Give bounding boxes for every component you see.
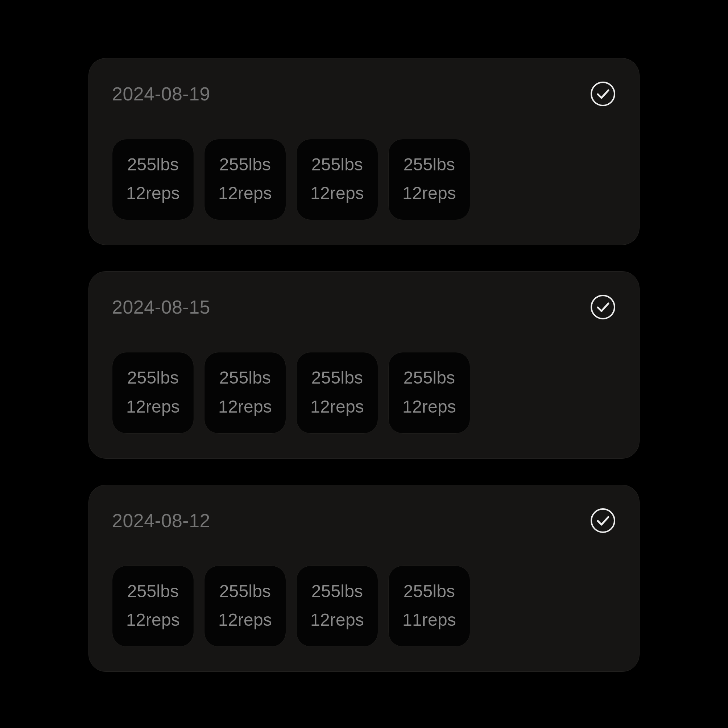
set-pill[interactable]: 255lbs 12reps (388, 352, 470, 433)
workout-entry-card[interactable]: 2024-08-15 255lbs 12reps 255lbs 12reps 2… (89, 271, 639, 458)
set-reps: 12reps (126, 179, 180, 207)
set-reps: 12reps (218, 606, 272, 634)
set-weight: 255lbs (311, 150, 363, 179)
set-pill[interactable]: 255lbs 12reps (204, 566, 286, 647)
set-reps: 12reps (218, 179, 272, 207)
entry-header: 2024-08-12 (112, 508, 616, 534)
set-pill[interactable]: 255lbs 12reps (296, 566, 378, 647)
set-weight: 255lbs (127, 150, 179, 179)
set-reps: 12reps (126, 606, 180, 634)
entry-header: 2024-08-19 (112, 81, 616, 107)
set-weight: 255lbs (311, 577, 363, 606)
sets-row: 255lbs 12reps 255lbs 12reps 255lbs 12rep… (112, 139, 616, 220)
workout-history-list: 2024-08-19 255lbs 12reps 255lbs 12reps 2… (0, 0, 728, 728)
set-reps: 12reps (402, 179, 456, 207)
set-pill[interactable]: 255lbs 12reps (112, 566, 194, 647)
set-reps: 12reps (126, 392, 180, 421)
set-weight: 255lbs (311, 363, 363, 392)
set-weight: 255lbs (219, 363, 271, 392)
sets-row: 255lbs 12reps 255lbs 12reps 255lbs 12rep… (112, 566, 616, 647)
entry-header: 2024-08-15 (112, 294, 616, 320)
set-pill[interactable]: 255lbs 12reps (296, 352, 378, 433)
set-weight: 255lbs (219, 577, 271, 606)
svg-point-2 (591, 509, 615, 532)
set-pill[interactable]: 255lbs 12reps (112, 352, 194, 433)
set-reps: 12reps (310, 392, 364, 421)
set-reps: 12reps (218, 392, 272, 421)
set-pill[interactable]: 255lbs 11reps (388, 566, 470, 647)
set-pill[interactable]: 255lbs 12reps (204, 139, 286, 220)
sets-row: 255lbs 12reps 255lbs 12reps 255lbs 12rep… (112, 352, 616, 433)
set-reps: 12reps (310, 179, 364, 207)
set-weight: 255lbs (404, 577, 455, 606)
checkmark-circle-icon (590, 294, 616, 320)
checkmark-circle-icon (590, 81, 616, 107)
set-reps: 12reps (310, 606, 364, 634)
set-pill[interactable]: 255lbs 12reps (388, 139, 470, 220)
checkmark-circle-icon (590, 508, 616, 534)
set-weight: 255lbs (404, 150, 455, 179)
set-weight: 255lbs (404, 363, 455, 392)
set-reps: 12reps (402, 392, 456, 421)
svg-point-1 (591, 295, 615, 319)
workout-entry-card[interactable]: 2024-08-19 255lbs 12reps 255lbs 12reps 2… (89, 58, 639, 245)
set-weight: 255lbs (127, 363, 179, 392)
set-weight: 255lbs (127, 577, 179, 606)
entry-date: 2024-08-19 (112, 83, 210, 105)
entry-date: 2024-08-15 (112, 296, 210, 318)
set-pill[interactable]: 255lbs 12reps (112, 139, 194, 220)
workout-entry-card[interactable]: 2024-08-12 255lbs 12reps 255lbs 12reps 2… (89, 485, 639, 672)
set-weight: 255lbs (219, 150, 271, 179)
set-reps: 11reps (402, 606, 456, 634)
svg-point-0 (591, 82, 615, 106)
set-pill[interactable]: 255lbs 12reps (204, 352, 286, 433)
entry-date: 2024-08-12 (112, 510, 210, 532)
set-pill[interactable]: 255lbs 12reps (296, 139, 378, 220)
